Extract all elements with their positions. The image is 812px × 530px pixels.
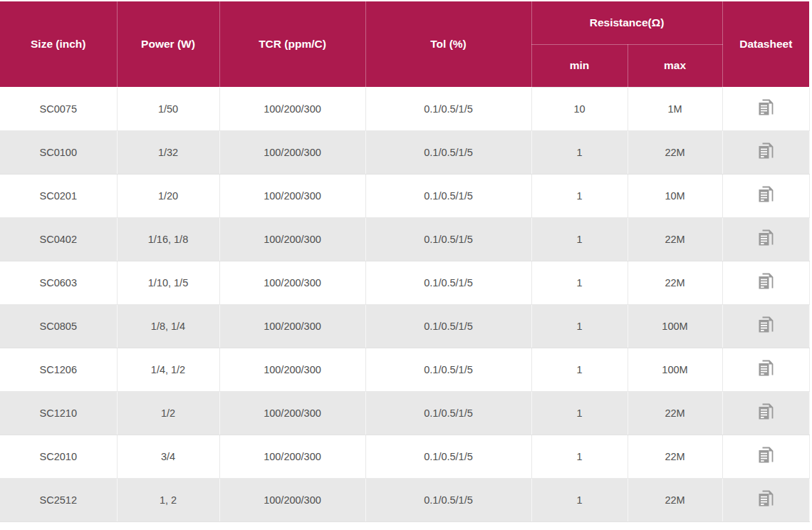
cell-power: 3/4 <box>117 435 219 478</box>
table-body: SC0075 1/50 100/200/300 0.1/0.5/1/5 10 1… <box>0 87 809 521</box>
cell-resistance-max: 10M <box>628 174 722 217</box>
datasheet-link[interactable] <box>759 99 774 116</box>
table-row: SC2010 3/4 100/200/300 0.1/0.5/1/5 1 22M <box>0 435 809 478</box>
cell-datasheet <box>722 391 809 435</box>
cell-power: 1/8, 1/4 <box>117 304 219 348</box>
cell-tol: 0.1/0.5/1/5 <box>365 87 531 130</box>
cell-power: 1/16, 1/8 <box>117 217 219 261</box>
cell-power: 1, 2 <box>117 478 219 521</box>
table-row: SC0402 1/16, 1/8 100/200/300 0.1/0.5/1/5… <box>0 217 809 261</box>
cell-tcr: 100/200/300 <box>219 435 365 478</box>
cell-tcr: 100/200/300 <box>219 391 365 435</box>
cell-resistance-min: 1 <box>531 478 628 521</box>
table-row: SC0603 1/10, 1/5 100/200/300 0.1/0.5/1/5… <box>0 261 809 304</box>
cell-tol: 0.1/0.5/1/5 <box>365 217 531 261</box>
cell-resistance-min: 1 <box>531 261 628 304</box>
cell-datasheet <box>722 478 809 521</box>
datasheet-link[interactable] <box>759 186 774 203</box>
cell-resistance-min: 1 <box>531 391 628 435</box>
cell-power: 1/20 <box>117 174 219 217</box>
cell-size: SC0100 <box>0 130 117 174</box>
col-header-tol: Tol (%) <box>365 1 531 87</box>
document-copy-icon <box>759 186 774 203</box>
col-header-size: Size (inch) <box>0 1 117 87</box>
cell-resistance-min: 1 <box>531 130 628 174</box>
cell-datasheet <box>722 304 809 348</box>
datasheet-link[interactable] <box>759 360 774 377</box>
table-header: Size (inch) Power (W) TCR (ppm/C) Tol (%… <box>0 1 809 87</box>
cell-resistance-min: 1 <box>531 304 628 348</box>
cell-size: SC2010 <box>0 435 117 478</box>
cell-tcr: 100/200/300 <box>219 174 365 217</box>
cell-size: SC2512 <box>0 478 117 521</box>
cell-tol: 0.1/0.5/1/5 <box>365 304 531 348</box>
datasheet-link[interactable] <box>759 316 774 333</box>
cell-datasheet <box>722 435 809 478</box>
col-header-max: max <box>628 44 722 87</box>
product-spec-table: Size (inch) Power (W) TCR (ppm/C) Tol (%… <box>0 1 810 522</box>
cell-power: 1/2 <box>117 391 219 435</box>
cell-tol: 0.1/0.5/1/5 <box>365 478 531 521</box>
datasheet-link[interactable] <box>759 447 774 464</box>
cell-datasheet <box>722 87 809 130</box>
cell-resistance-max: 1M <box>628 87 722 130</box>
cell-tcr: 100/200/300 <box>219 348 365 391</box>
col-header-min: min <box>531 44 628 87</box>
spec-table-page: Size (inch) Power (W) TCR (ppm/C) Tol (%… <box>0 0 812 530</box>
cell-datasheet <box>722 130 809 174</box>
cell-size: SC0805 <box>0 304 117 348</box>
cell-resistance-max: 22M <box>628 478 722 521</box>
datasheet-link[interactable] <box>759 490 774 507</box>
document-copy-icon <box>759 316 774 333</box>
cell-datasheet <box>722 217 809 261</box>
cell-tol: 0.1/0.5/1/5 <box>365 130 531 174</box>
cell-datasheet <box>722 348 809 391</box>
cell-size: SC0201 <box>0 174 117 217</box>
document-copy-icon <box>759 229 774 246</box>
col-header-datasheet: Datasheet <box>722 1 809 87</box>
cell-tol: 0.1/0.5/1/5 <box>365 391 531 435</box>
cell-tcr: 100/200/300 <box>219 304 365 348</box>
cell-resistance-max: 100M <box>628 348 722 391</box>
cell-resistance-max: 22M <box>628 435 722 478</box>
cell-tcr: 100/200/300 <box>219 478 365 521</box>
cell-datasheet <box>722 261 809 304</box>
cell-resistance-max: 22M <box>628 391 722 435</box>
cell-size: SC0075 <box>0 87 117 130</box>
cell-power: 1/50 <box>117 87 219 130</box>
col-header-tcr: TCR (ppm/C) <box>219 1 365 87</box>
cell-resistance-max: 100M <box>628 304 722 348</box>
table-row: SC0075 1/50 100/200/300 0.1/0.5/1/5 10 1… <box>0 87 809 130</box>
cell-tol: 0.1/0.5/1/5 <box>365 435 531 478</box>
cell-resistance-min: 1 <box>531 435 628 478</box>
table-row: SC0201 1/20 100/200/300 0.1/0.5/1/5 1 10… <box>0 174 809 217</box>
datasheet-link[interactable] <box>759 229 774 246</box>
cell-tcr: 100/200/300 <box>219 217 365 261</box>
document-copy-icon <box>759 99 774 116</box>
cell-size: SC1206 <box>0 348 117 391</box>
cell-power: 1/10, 1/5 <box>117 261 219 304</box>
datasheet-link[interactable] <box>759 142 774 160</box>
cell-tol: 0.1/0.5/1/5 <box>365 348 531 391</box>
cell-size: SC0603 <box>0 261 117 304</box>
document-copy-icon <box>759 360 774 377</box>
cell-tol: 0.1/0.5/1/5 <box>365 261 531 304</box>
table-row: SC1206 1/4, 1/2 100/200/300 0.1/0.5/1/5 … <box>0 348 809 391</box>
cell-resistance-min: 1 <box>531 174 628 217</box>
cell-datasheet <box>722 174 809 217</box>
cell-size: SC0402 <box>0 217 117 261</box>
document-copy-icon <box>759 403 774 420</box>
cell-resistance-max: 22M <box>628 217 722 261</box>
datasheet-link[interactable] <box>759 403 774 420</box>
cell-size: SC1210 <box>0 391 117 435</box>
cell-resistance-min: 10 <box>531 87 628 130</box>
cell-power: 1/4, 1/2 <box>117 348 219 391</box>
cell-tcr: 100/200/300 <box>219 130 365 174</box>
table-row: SC0100 1/32 100/200/300 0.1/0.5/1/5 1 22… <box>0 130 809 174</box>
cell-tol: 0.1/0.5/1/5 <box>365 174 531 217</box>
cell-resistance-max: 22M <box>628 130 722 174</box>
document-copy-icon <box>759 142 774 160</box>
document-copy-icon <box>759 447 774 464</box>
cell-resistance-min: 1 <box>531 217 628 261</box>
datasheet-link[interactable] <box>759 273 774 290</box>
